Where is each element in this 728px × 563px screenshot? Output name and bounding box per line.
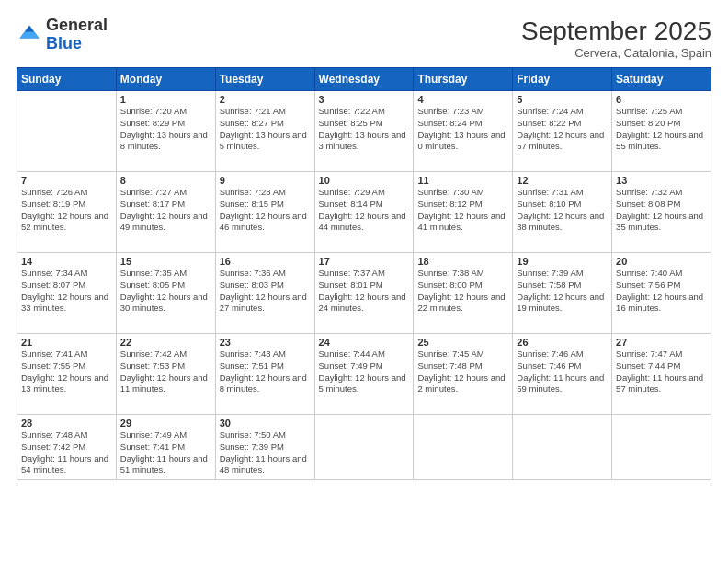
day-cell <box>314 415 414 480</box>
day-number: 23 <box>220 337 311 348</box>
day-cell: 2Sunrise: 7:21 AMSunset: 8:27 PMDaylight… <box>215 91 314 172</box>
day-cell <box>414 415 513 480</box>
day-cell: 4Sunrise: 7:23 AMSunset: 8:24 PMDaylight… <box>414 91 513 172</box>
day-info: Sunrise: 7:21 AMSunset: 8:27 PMDaylight:… <box>220 106 311 153</box>
day-number: 5 <box>517 94 608 105</box>
day-number: 27 <box>616 337 707 348</box>
day-info: Sunrise: 7:23 AMSunset: 8:24 PMDaylight:… <box>417 106 508 153</box>
day-cell: 17Sunrise: 7:37 AMSunset: 8:01 PMDayligh… <box>314 253 414 334</box>
logo-icon <box>17 22 42 48</box>
day-number: 17 <box>319 256 410 267</box>
day-info: Sunrise: 7:41 AMSunset: 7:55 PMDaylight:… <box>21 349 112 396</box>
header: General Blue September 2025 Cervera, Cat… <box>17 17 711 60</box>
day-cell: 28Sunrise: 7:48 AMSunset: 7:42 PMDayligh… <box>17 415 117 480</box>
day-info: Sunrise: 7:29 AMSunset: 8:14 PMDaylight:… <box>319 187 410 234</box>
title-block: September 2025 Cervera, Catalonia, Spain <box>521 17 711 60</box>
day-info: Sunrise: 7:27 AMSunset: 8:17 PMDaylight:… <box>120 187 211 234</box>
day-number: 30 <box>220 418 311 429</box>
page: General Blue September 2025 Cervera, Cat… <box>0 0 728 563</box>
logo: General Blue <box>17 17 108 53</box>
day-number: 29 <box>120 418 211 429</box>
weekday-header-tuesday: Tuesday <box>215 68 314 91</box>
day-number: 26 <box>517 337 608 348</box>
weekday-header-sunday: Sunday <box>17 68 117 91</box>
day-number: 8 <box>120 175 211 186</box>
day-info: Sunrise: 7:36 AMSunset: 8:03 PMDaylight:… <box>220 268 311 315</box>
day-info: Sunrise: 7:44 AMSunset: 7:49 PMDaylight:… <box>319 349 410 396</box>
day-cell <box>513 415 612 480</box>
day-info: Sunrise: 7:46 AMSunset: 7:46 PMDaylight:… <box>517 349 608 396</box>
day-number: 12 <box>517 175 608 186</box>
day-number: 21 <box>21 337 112 348</box>
day-cell: 13Sunrise: 7:32 AMSunset: 8:08 PMDayligh… <box>612 172 711 253</box>
day-info: Sunrise: 7:31 AMSunset: 8:10 PMDaylight:… <box>517 187 608 234</box>
day-number: 9 <box>220 175 311 186</box>
week-row-3: 21Sunrise: 7:41 AMSunset: 7:55 PMDayligh… <box>17 334 711 415</box>
day-info: Sunrise: 7:26 AMSunset: 8:19 PMDaylight:… <box>21 187 112 234</box>
weekday-header-friday: Friday <box>513 68 612 91</box>
day-info: Sunrise: 7:20 AMSunset: 8:29 PMDaylight:… <box>120 106 211 153</box>
day-cell: 10Sunrise: 7:29 AMSunset: 8:14 PMDayligh… <box>314 172 414 253</box>
day-cell: 19Sunrise: 7:39 AMSunset: 7:58 PMDayligh… <box>513 253 612 334</box>
week-row-1: 7Sunrise: 7:26 AMSunset: 8:19 PMDaylight… <box>17 172 711 253</box>
day-cell: 20Sunrise: 7:40 AMSunset: 7:56 PMDayligh… <box>612 253 711 334</box>
day-cell: 7Sunrise: 7:26 AMSunset: 8:19 PMDaylight… <box>17 172 117 253</box>
day-cell: 5Sunrise: 7:24 AMSunset: 8:22 PMDaylight… <box>513 91 612 172</box>
day-cell: 12Sunrise: 7:31 AMSunset: 8:10 PMDayligh… <box>513 172 612 253</box>
day-info: Sunrise: 7:49 AMSunset: 7:41 PMDaylight:… <box>120 430 211 477</box>
day-cell: 27Sunrise: 7:47 AMSunset: 7:44 PMDayligh… <box>612 334 711 415</box>
day-info: Sunrise: 7:43 AMSunset: 7:51 PMDaylight:… <box>220 349 311 396</box>
day-number: 11 <box>417 175 508 186</box>
day-info: Sunrise: 7:42 AMSunset: 7:53 PMDaylight:… <box>120 349 211 396</box>
week-row-2: 14Sunrise: 7:34 AMSunset: 8:07 PMDayligh… <box>17 253 711 334</box>
day-number: 24 <box>319 337 410 348</box>
day-info: Sunrise: 7:40 AMSunset: 7:56 PMDaylight:… <box>616 268 707 315</box>
day-cell: 11Sunrise: 7:30 AMSunset: 8:12 PMDayligh… <box>414 172 513 253</box>
day-cell: 24Sunrise: 7:44 AMSunset: 7:49 PMDayligh… <box>314 334 414 415</box>
day-cell: 14Sunrise: 7:34 AMSunset: 8:07 PMDayligh… <box>17 253 117 334</box>
day-cell: 18Sunrise: 7:38 AMSunset: 8:00 PMDayligh… <box>414 253 513 334</box>
day-number: 28 <box>21 418 112 429</box>
day-info: Sunrise: 7:25 AMSunset: 8:20 PMDaylight:… <box>616 106 707 153</box>
day-info: Sunrise: 7:22 AMSunset: 8:25 PMDaylight:… <box>319 106 410 153</box>
day-number: 6 <box>616 94 707 105</box>
calendar: SundayMondayTuesdayWednesdayThursdayFrid… <box>17 67 711 480</box>
day-cell: 25Sunrise: 7:45 AMSunset: 7:48 PMDayligh… <box>414 334 513 415</box>
logo-text: General Blue <box>46 17 108 53</box>
day-cell: 23Sunrise: 7:43 AMSunset: 7:51 PMDayligh… <box>215 334 314 415</box>
day-number: 20 <box>616 256 707 267</box>
day-info: Sunrise: 7:47 AMSunset: 7:44 PMDaylight:… <box>616 349 707 396</box>
day-cell: 8Sunrise: 7:27 AMSunset: 8:17 PMDaylight… <box>116 172 215 253</box>
day-info: Sunrise: 7:28 AMSunset: 8:15 PMDaylight:… <box>220 187 311 234</box>
day-number: 2 <box>220 94 311 105</box>
weekday-header-saturday: Saturday <box>612 68 711 91</box>
day-cell <box>612 415 711 480</box>
day-info: Sunrise: 7:39 AMSunset: 7:58 PMDaylight:… <box>517 268 608 315</box>
day-cell: 29Sunrise: 7:49 AMSunset: 7:41 PMDayligh… <box>116 415 215 480</box>
day-info: Sunrise: 7:45 AMSunset: 7:48 PMDaylight:… <box>417 349 508 396</box>
day-info: Sunrise: 7:30 AMSunset: 8:12 PMDaylight:… <box>417 187 508 234</box>
day-cell: 26Sunrise: 7:46 AMSunset: 7:46 PMDayligh… <box>513 334 612 415</box>
day-cell: 16Sunrise: 7:36 AMSunset: 8:03 PMDayligh… <box>215 253 314 334</box>
day-cell: 15Sunrise: 7:35 AMSunset: 8:05 PMDayligh… <box>116 253 215 334</box>
day-info: Sunrise: 7:24 AMSunset: 8:22 PMDaylight:… <box>517 106 608 153</box>
week-row-4: 28Sunrise: 7:48 AMSunset: 7:42 PMDayligh… <box>17 415 711 480</box>
day-cell: 3Sunrise: 7:22 AMSunset: 8:25 PMDaylight… <box>314 91 414 172</box>
weekday-header-row: SundayMondayTuesdayWednesdayThursdayFrid… <box>17 68 711 91</box>
day-number: 18 <box>417 256 508 267</box>
day-cell: 6Sunrise: 7:25 AMSunset: 8:20 PMDaylight… <box>612 91 711 172</box>
location: Cervera, Catalonia, Spain <box>521 46 711 60</box>
svg-marker-1 <box>20 31 40 38</box>
day-info: Sunrise: 7:48 AMSunset: 7:42 PMDaylight:… <box>21 430 112 477</box>
weekday-header-monday: Monday <box>116 68 215 91</box>
day-number: 4 <box>417 94 508 105</box>
day-number: 19 <box>517 256 608 267</box>
day-info: Sunrise: 7:32 AMSunset: 8:08 PMDaylight:… <box>616 187 707 234</box>
day-info: Sunrise: 7:34 AMSunset: 8:07 PMDaylight:… <box>21 268 112 315</box>
day-cell <box>17 91 117 172</box>
day-cell: 22Sunrise: 7:42 AMSunset: 7:53 PMDayligh… <box>116 334 215 415</box>
day-cell: 21Sunrise: 7:41 AMSunset: 7:55 PMDayligh… <box>17 334 117 415</box>
day-number: 22 <box>120 337 211 348</box>
weekday-header-wednesday: Wednesday <box>314 68 414 91</box>
day-info: Sunrise: 7:37 AMSunset: 8:01 PMDaylight:… <box>319 268 410 315</box>
